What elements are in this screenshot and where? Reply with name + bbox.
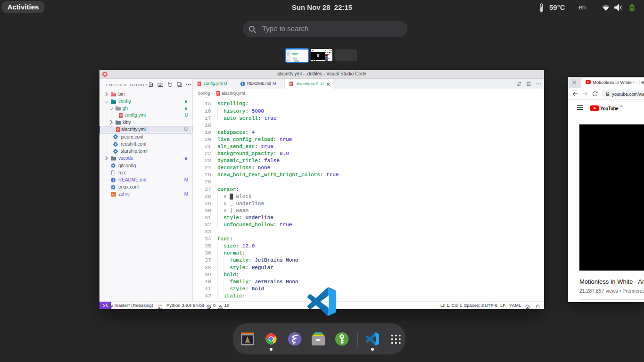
svg-text:YouTube: YouTube [600,106,619,111]
svg-text:UA: UA [619,105,623,107]
